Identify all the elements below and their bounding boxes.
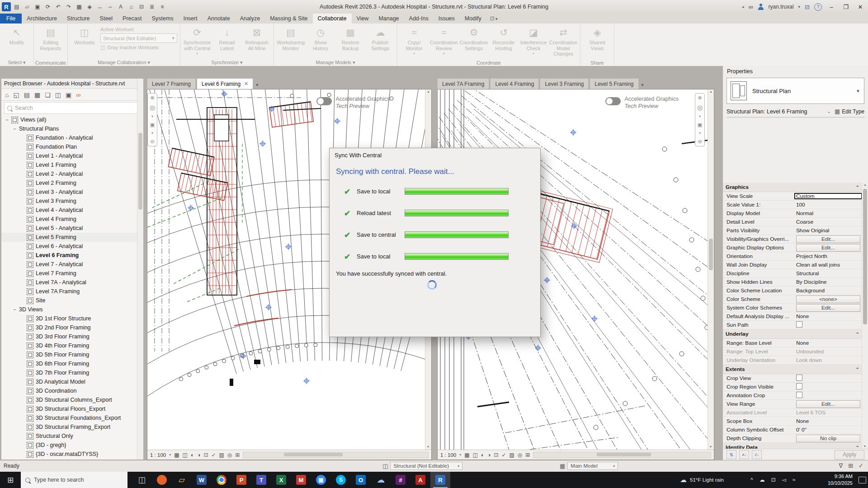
tree-item-level-7a-analytical[interactable]: Level 7A - Analytical — [1, 278, 143, 287]
taskbar-icon-acrobat[interactable]: A — [410, 472, 430, 488]
horizontal-scrollbar[interactable] — [243, 452, 429, 458]
taskbar-icon-slack[interactable]: # — [391, 472, 410, 488]
ribbon-tab-view[interactable]: View — [352, 14, 374, 23]
restore-button[interactable]: ❐ — [841, 4, 851, 10]
property-edit-button[interactable]: Edit... — [796, 304, 860, 312]
property-value[interactable]: Edit... — [794, 244, 862, 252]
view-control-icon-3[interactable]: ◑ — [197, 452, 200, 458]
views-icon[interactable]: ◱ — [13, 91, 19, 99]
reload-latest-button[interactable]: ↓Reload Latest — [213, 25, 241, 51]
view-control-icon-8[interactable]: ⊞ — [525, 452, 530, 458]
view-tab-level-3-framing[interactable]: Level 3 Framing — [540, 78, 589, 89]
show-history-button[interactable]: ◷Show History — [307, 25, 335, 51]
property-value[interactable]: Edit... — [794, 235, 862, 244]
property-checkbox[interactable] — [796, 375, 802, 381]
tree-item-3d-views[interactable]: −3D Views — [1, 305, 143, 314]
close-navbar-icon[interactable]: ⊗ — [698, 95, 702, 100]
tree-item-3d-coordination[interactable]: 3D Coordination — [1, 386, 143, 395]
customize-icon[interactable]: ≡ — [158, 2, 167, 11]
property-value[interactable] — [794, 321, 862, 329]
ribbon-tab-analyze[interactable]: Analyze — [235, 14, 265, 23]
tab-list-chevron-icon[interactable]: ▾ — [642, 82, 644, 89]
tree-item-level-7a-framing[interactable]: Level 7A Framing — [1, 287, 143, 296]
tree-item-level-1-framing[interactable]: Level 1 Framing — [1, 160, 143, 169]
panel-label-synchronize[interactable]: Synchronize ▾ — [180, 60, 274, 66]
taskbar-icon-task-view[interactable]: ◫ — [132, 472, 152, 488]
tree-item-level-6-analytical[interactable]: Level 6 - Analytical — [1, 242, 143, 251]
ribbon-tab-structure[interactable]: Structure — [62, 14, 95, 23]
sync-with-central-button[interactable]: ⟳Synchronize with Central▾ — [183, 25, 211, 56]
ribbon-tab-issues[interactable]: Issues — [434, 14, 460, 23]
expander-icon[interactable]: − — [13, 307, 17, 312]
tree-item-3d-5th-floor-framing[interactable]: 3D 5th Floor Framing — [1, 350, 143, 359]
tab-list-chevron-icon[interactable]: ▾ — [256, 82, 258, 89]
property-value[interactable]: By Discipline — [794, 279, 862, 285]
sort-az-icon[interactable]: A↓ — [739, 450, 749, 459]
start-button[interactable]: ⊞ — [0, 472, 21, 488]
minimize-button[interactable]: – — [826, 4, 836, 10]
taskbar-icon-powerpoint[interactable]: P — [231, 472, 251, 488]
view-tab-level-5-framing[interactable]: Level 5 Framing — [590, 78, 638, 89]
revit-logo-icon[interactable]: R — [2, 2, 11, 11]
section-icon[interactable]: ⊟ — [137, 2, 146, 11]
tree-item-level-5-analytical[interactable]: Level 5 - Analytical — [1, 224, 143, 233]
property-value[interactable]: 100 — [794, 202, 862, 208]
active-workset-select[interactable]: Structural (Not Editable)▾ — [100, 33, 177, 43]
coordination-model-changes-button[interactable]: ⇄Coordination Model Changes — [549, 25, 577, 57]
cart-icon[interactable]: ⊟ — [805, 4, 810, 10]
ribbon-tab-architecture[interactable]: Architecture — [22, 14, 62, 23]
coordination-settings-button[interactable]: ⚙Coordination Settings — [460, 25, 488, 51]
tree-item-3d-1st-floor-structure[interactable]: 3D 1st Floor Structure — [1, 314, 143, 323]
ribbon-tab-insert[interactable]: Insert — [178, 14, 202, 23]
property-value[interactable]: Background — [794, 287, 862, 294]
sort-default-icon[interactable]: ⇅ — [726, 450, 736, 459]
section-header-underlay[interactable]: Underlay⌃ — [723, 329, 862, 339]
ribbon-tab-collaborate[interactable]: Collaborate — [313, 14, 352, 23]
ribbon-tab-annotate[interactable]: Annotate — [203, 14, 235, 23]
tree-item-foundation-plan[interactable]: Foundation Plan — [1, 142, 143, 151]
view-control-icon-6[interactable]: ▧ — [509, 452, 514, 458]
tree-item-3d-structural-columns-export[interactable]: 3D Structural Columns_Export — [1, 395, 143, 404]
property-value[interactable]: Edit... — [794, 400, 862, 408]
tree-item-level-2-analytical[interactable]: Level 2 - Analytical — [1, 169, 143, 178]
property-value[interactable]: Look down — [794, 357, 862, 363]
taskbar-icon-file-explorer[interactable]: ▱ — [172, 472, 192, 488]
taskbar-icon-outlook[interactable]: O — [351, 472, 371, 488]
panel-label-share[interactable]: Share — [580, 60, 614, 66]
modify-cursor-button[interactable]: ↖Modify — [3, 25, 31, 46]
copy-monitor-button[interactable]: ≈Copy/ Monitor▾ — [400, 25, 428, 56]
toggle-switch[interactable] — [316, 97, 332, 105]
tree-item-level-3-analytical[interactable]: Level 3 - Analytical — [1, 188, 143, 197]
view-control-icon-7[interactable]: ◎ — [227, 452, 232, 458]
property-value[interactable] — [794, 383, 862, 391]
panel-label-manage-collaboration[interactable]: Manage Collaboration ▾ — [68, 60, 180, 66]
view-control-icon-3[interactable]: ◑ — [487, 452, 491, 458]
chevron-down-icon[interactable]: ▾ — [699, 115, 701, 118]
restore-backup-button[interactable]: ▦Restore Backup — [336, 25, 364, 51]
chevron-down-icon[interactable]: ▾ — [699, 131, 701, 135]
sync-icon[interactable]: ⟳ — [43, 2, 52, 11]
property-checkbox[interactable] — [796, 321, 802, 328]
type-selector[interactable]: Structural Plan ▼ — [726, 78, 864, 104]
taskbar-search-input[interactable]: Type here to search — [21, 472, 127, 488]
chevron-down-icon[interactable]: ▾ — [151, 131, 153, 135]
volume-icon[interactable]: ◅ — [782, 477, 786, 483]
collapse-section-icon[interactable]: ⌃ — [856, 367, 859, 372]
taskbar-icon-gmail[interactable]: M — [291, 472, 311, 488]
property-value[interactable]: Custom — [794, 193, 862, 199]
sort-za-icon[interactable]: Z↓ — [752, 450, 762, 459]
design-option-select[interactable]: Main Model▾ — [567, 462, 618, 470]
view-control-icon-0[interactable]: ▦ — [174, 452, 179, 458]
property-value[interactable]: Level 6 TOS — [794, 409, 862, 416]
tree-item--3d-gregh-[interactable]: {3D - gregh} — [1, 441, 143, 450]
thin-lines-icon[interactable]: ≣ — [147, 2, 156, 11]
print-icon[interactable]: ▦ — [75, 2, 84, 11]
zoom-region-icon[interactable]: ▣ — [150, 122, 155, 127]
ribbon-tab-file[interactable]: File — [0, 14, 22, 23]
property-value[interactable] — [794, 375, 862, 382]
link-icon[interactable]: ∞ — [76, 91, 80, 99]
coordination-review-button[interactable]: ≈Coordination Review▾ — [430, 25, 458, 56]
tree-item-level-7-analytical[interactable]: Level 7 - Analytical — [1, 260, 143, 269]
section-header-extents[interactable]: Extents⌃ — [723, 365, 862, 374]
close-tab-icon[interactable]: ✕ — [244, 81, 248, 87]
